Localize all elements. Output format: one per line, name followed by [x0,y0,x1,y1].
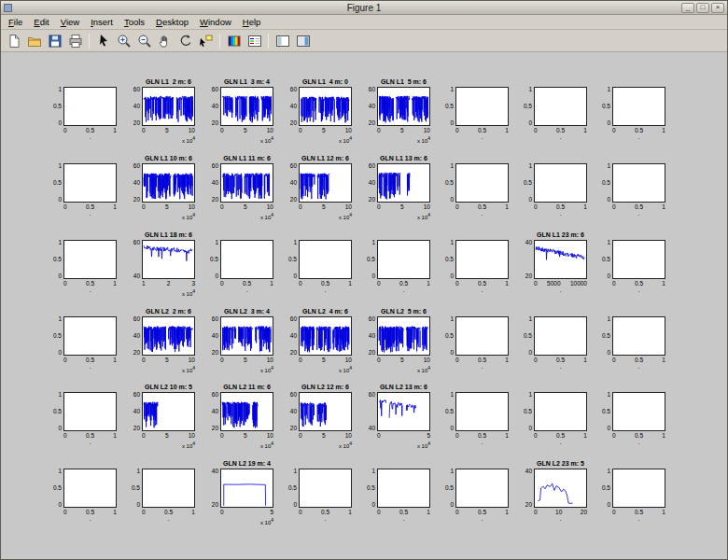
insert-colorbar-button[interactable] [224,32,244,50]
edit-plot-button[interactable] [93,32,113,50]
axes-box[interactable] [220,392,273,431]
menu-desktop[interactable]: Desktop [150,16,194,28]
new-figure-button[interactable] [4,32,23,50]
axes-box[interactable] [142,469,195,508]
signal-polyline [379,96,393,123]
axes-box[interactable] [455,163,509,203]
axes-box[interactable] [299,240,352,279]
axes-box[interactable] [299,469,352,508]
axes-box[interactable] [455,392,509,431]
menu-bar: FileEditViewInsertToolsDesktopWindowHelp [1,15,727,30]
axes-box[interactable] [63,392,117,431]
axes-box[interactable] [377,469,430,508]
axes-box[interactable] [377,240,430,279]
axes-box[interactable] [612,163,665,203]
menu-help[interactable]: Help [237,16,267,28]
axes-box[interactable] [612,316,665,356]
menu-file[interactable]: File [3,16,28,28]
axes-box[interactable] [612,392,665,431]
signal-polyline [261,96,271,121]
open-file-button[interactable] [24,32,44,50]
axes-box[interactable] [299,392,352,431]
menu-tools[interactable]: Tools [119,16,150,28]
axes-box[interactable] [220,87,273,126]
y-tick-labels: 10.50 [520,87,534,126]
subplot-empty: 10.5000.51. [363,228,441,304]
axes-box[interactable] [377,87,430,126]
y-tick-label: 1 [450,392,454,398]
print-figure-button[interactable] [65,32,85,50]
axes-box[interactable] [534,469,587,508]
close-button[interactable]: × [711,3,724,13]
data-cursor-button[interactable] [196,32,216,50]
axes-box[interactable] [299,163,352,203]
axes-box[interactable] [220,163,273,203]
y-tick-label: 0.5 [445,257,454,262]
axes-box[interactable] [534,316,587,356]
axes-box[interactable] [534,163,587,203]
subplot-empty: 10.5000.51. [598,304,677,381]
minimize-button[interactable]: _ [681,3,694,13]
axes-box[interactable] [455,240,509,279]
axes-box[interactable] [455,316,509,356]
insert-legend-button[interactable] [245,32,264,50]
axes-box[interactable] [63,163,117,203]
axes-box[interactable] [455,469,509,508]
x-tick-label: 1 [191,508,195,516]
axes-box[interactable] [142,392,195,431]
plot-title: GLN L1 11 m: 6 [220,155,273,163]
axes-box[interactable] [612,240,665,279]
y-tick-label: 60 [133,316,140,322]
save-figure-button[interactable] [45,32,64,50]
y-tick-labels: 604020 [285,392,299,431]
axes-box[interactable] [142,87,195,126]
axes-box[interactable] [534,392,587,431]
axes-box[interactable] [534,240,587,279]
axes-box[interactable] [455,87,509,126]
x-tick-label: 1 [662,431,665,440]
x-tick-label: 0 [63,508,67,516]
signal-polyline [222,96,232,118]
x-tick-label: 10 [345,126,352,134]
plot-title [612,78,665,87]
axes-box[interactable] [220,316,273,356]
x-tick-label: 1 [505,508,509,516]
zoom-in-button[interactable] [114,32,133,50]
y-tick-labels: 10.50 [363,469,377,508]
axes-box[interactable] [142,163,195,203]
signal-trace [535,469,586,507]
axes-box[interactable] [612,87,665,126]
axes-box[interactable] [142,240,195,279]
axes-box[interactable] [63,240,117,279]
axes-box[interactable] [63,469,117,508]
zoom-out-button[interactable] [134,32,154,50]
menu-insert[interactable]: Insert [85,16,119,28]
signal-polyline [235,96,246,122]
x-tick-label: 0 [377,431,381,440]
axes-box[interactable] [377,163,430,203]
maximize-button[interactable]: □ [696,3,709,13]
axes-box[interactable] [612,469,665,508]
axes-box[interactable] [377,316,430,356]
axes-box[interactable] [220,240,273,279]
rotate-3d-button[interactable] [175,32,195,50]
hide-plot-tools-button[interactable] [273,32,292,50]
axes-box[interactable] [534,87,587,126]
menu-window[interactable]: Window [194,16,237,28]
axes-box[interactable] [377,392,430,431]
title-bar[interactable]: Figure 1 _□× [1,1,727,15]
menu-view[interactable]: View [55,16,85,28]
signal-polyline [317,403,327,427]
y-tick-labels: 10.50 [441,392,455,431]
signal-trace [221,469,273,507]
axes-box[interactable] [63,316,117,356]
axes-box[interactable] [299,87,352,126]
show-plot-tools-button[interactable] [293,32,313,50]
pan-button[interactable] [155,32,175,50]
axes-box[interactable] [299,316,352,356]
menu-edit[interactable]: Edit [28,16,54,28]
x-tick-labels: 0510 [142,203,195,211]
axes-box[interactable] [142,316,195,356]
axes-box[interactable] [220,469,273,508]
axes-box[interactable] [63,87,117,126]
